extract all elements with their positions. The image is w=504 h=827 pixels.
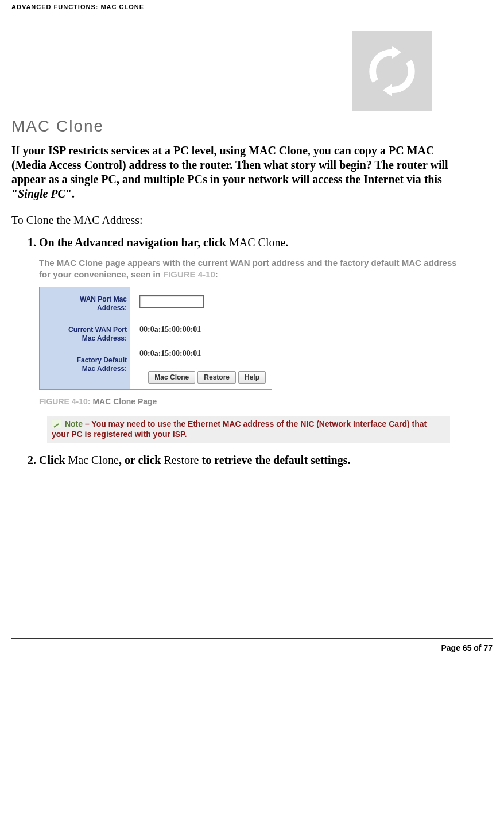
svg-marker-0 (392, 46, 401, 59)
intro-italic: Single PC (18, 187, 65, 200)
note-body: – You may need to use the Ethernet MAC a… (52, 419, 427, 439)
note-box: Note – You may need to use the Ethernet … (47, 416, 450, 444)
hero-icon-box (352, 31, 432, 111)
note-icon (52, 420, 61, 428)
subtext-tail: : (215, 269, 218, 279)
figure-screenshot: WAN Port MacAddress: Current WAN PortMac… (39, 287, 272, 390)
subtext-line: The MAC Clone page appears with the curr… (39, 258, 457, 279)
figure-caption-ref: FIGURE 4-10 (39, 397, 88, 406)
step1-subtext: The MAC Clone page appears with the curr… (39, 257, 458, 281)
page-number: Page 65 of 77 (441, 643, 493, 652)
intro-text-1: If your ISP restricts services at a PC l… (11, 144, 448, 200)
mac-clone-button[interactable]: Mac Clone (148, 371, 195, 384)
step-2: Click Mac Clone, or click Restore to ret… (39, 454, 493, 467)
label-wan-port-mac: WAN Port MacAddress: (42, 295, 127, 313)
figure-caption-title: MAC Clone Page (92, 397, 157, 406)
step1-bold-2: . (285, 236, 288, 249)
intro-text-2: ". (65, 187, 75, 200)
step2-b1: Click (39, 454, 68, 466)
intro-paragraph: If your ISP restricts services at a PC l… (11, 144, 458, 201)
label-factory-default-mac: Factory DefaultMac Address: (42, 356, 127, 374)
note-label: Note (65, 419, 83, 428)
step-1: On the Advanced navigation bar, click MA… (39, 236, 493, 443)
current-wan-mac-value: 00:0a:15:00:00:01 (139, 325, 267, 334)
svg-marker-1 (383, 84, 392, 96)
help-button[interactable]: Help (238, 371, 266, 384)
page-title: MAC Clone (11, 117, 493, 136)
subtext-figure-ref: FIGURE 4-10 (163, 269, 215, 279)
step2-n1: Mac Clone (68, 454, 119, 466)
page-footer: Page 65 of 77 (11, 638, 493, 660)
wan-port-mac-input[interactable] (139, 295, 204, 308)
lead-in-text: To Clone the MAC Address: (11, 214, 493, 227)
step1-bold-1: On the Advanced navigation bar, click (39, 236, 229, 249)
figure-caption: FIGURE 4-10: MAC Clone Page (39, 397, 458, 406)
label-current-wan-mac: Current WAN PortMac Address: (42, 326, 127, 343)
restore-button[interactable]: Restore (197, 371, 236, 384)
page-breadcrumb: ADVANCED FUNCTIONS: MAC CLONE (11, 0, 493, 14)
refresh-arrows-icon (363, 42, 421, 100)
step1-normal: MAC Clone (229, 236, 285, 249)
factory-default-mac-value: 00:0a:15:00:00:01 (139, 349, 267, 358)
step2-n2: Restore (164, 454, 199, 466)
step2-b2: , or click (119, 454, 164, 466)
step2-b3: to retrieve the default settings. (199, 454, 350, 466)
